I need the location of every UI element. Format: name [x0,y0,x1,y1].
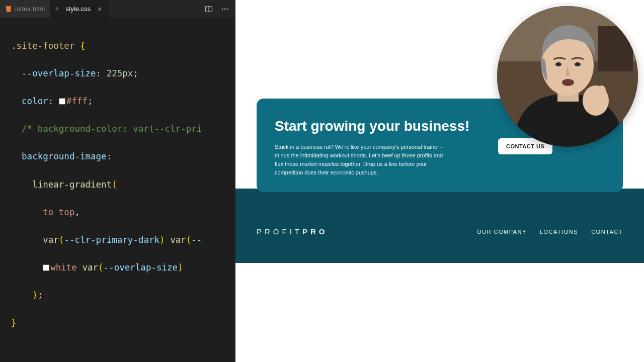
webcam-overlay [497,6,638,147]
cta-body-text: Stuck in a business rut? We're like your… [275,143,446,177]
html-file-icon [5,6,12,13]
code-token: /* background-color: var(--clr-pri [11,124,202,134]
more-actions-icon[interactable] [219,4,230,15]
svg-point-13 [562,79,574,86]
nav-our-company[interactable]: OUR COMPANY [477,229,527,235]
svg-rect-8 [598,26,633,71]
code-editor-pane: index.html # style.css .site-footer { --… [0,0,235,362]
footer-nav: OUR COMPANY LOCATIONS CONTACT [477,229,623,235]
svg-point-3 [222,8,223,10]
tab-label: style.css [65,5,91,13]
tab-label: index.html [15,5,45,13]
tab-index-html[interactable]: index.html [0,0,50,18]
code-content[interactable]: .site-footer { --overlap-size: 225px; co… [0,18,235,362]
tab-actions [198,0,235,18]
brand-part-a: PROFIT [257,227,302,236]
brand-part-b: PRO [302,227,328,236]
browser-preview-pane: Start growing your business! Stuck in a … [235,0,644,362]
cta-heading: Start growing your business! [275,116,486,137]
editor-tab-bar: index.html # style.css [0,0,235,18]
code-token: #fff [66,96,88,106]
css-file-icon: # [55,6,62,13]
footer-background-band [235,189,644,263]
brand-logo: PROFITPRO [257,227,328,236]
svg-point-5 [227,8,228,10]
footer-bar: PROFITPRO OUR COMPANY LOCATIONS CONTACT [235,227,644,236]
svg-point-4 [224,8,226,10]
nav-locations[interactable]: LOCATIONS [540,229,578,235]
svg-text:#: # [55,6,58,12]
nav-contact[interactable]: CONTACT [591,229,623,235]
svg-point-15 [597,85,606,100]
svg-point-12 [575,62,581,66]
split-editor-icon[interactable] [203,4,214,15]
tab-style-css[interactable]: # style.css [50,0,109,18]
close-icon[interactable] [96,5,104,13]
svg-point-11 [555,62,561,66]
